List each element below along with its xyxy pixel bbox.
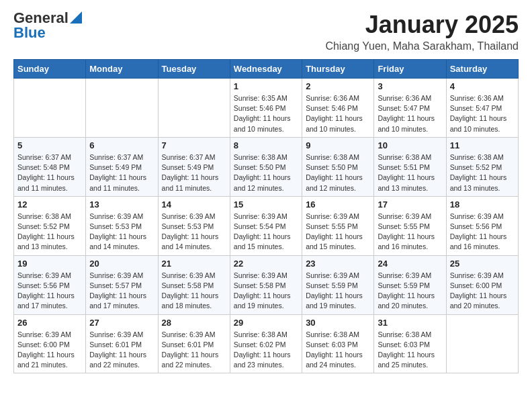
day-info: Sunrise: 6:39 AM Sunset: 5:56 PM Dayligh… <box>450 212 515 253</box>
svg-marker-0 <box>70 11 82 24</box>
calendar-cell: 8Sunrise: 6:38 AM Sunset: 5:50 PM Daylig… <box>230 137 302 196</box>
calendar-week-row: 1Sunrise: 6:35 AM Sunset: 5:46 PM Daylig… <box>14 79 519 138</box>
calendar-cell: 26Sunrise: 6:39 AM Sunset: 6:00 PM Dayli… <box>14 314 86 373</box>
day-number: 14 <box>162 199 226 210</box>
calendar-week-row: 19Sunrise: 6:39 AM Sunset: 5:56 PM Dayli… <box>14 255 519 314</box>
day-number: 8 <box>234 140 298 150</box>
day-number: 2 <box>306 81 370 91</box>
page-header: General Blue January 2025 Chiang Yuen, M… <box>13 11 519 52</box>
month-title: January 2025 <box>325 11 519 39</box>
calendar-cell: 19Sunrise: 6:39 AM Sunset: 5:56 PM Dayli… <box>14 255 86 314</box>
day-number: 27 <box>89 318 154 328</box>
day-info: Sunrise: 6:37 AM Sunset: 5:48 PM Dayligh… <box>17 152 82 193</box>
day-info: Sunrise: 6:39 AM Sunset: 6:01 PM Dayligh… <box>162 330 226 371</box>
day-info: Sunrise: 6:39 AM Sunset: 5:59 PM Dayligh… <box>306 271 370 312</box>
calendar-cell: 21Sunrise: 6:39 AM Sunset: 5:58 PM Dayli… <box>158 255 230 314</box>
day-number: 30 <box>306 318 370 328</box>
day-number: 31 <box>378 318 442 328</box>
logo-triangle-icon <box>70 11 82 24</box>
day-number: 19 <box>17 259 82 269</box>
calendar-cell <box>158 79 230 138</box>
calendar-cell: 23Sunrise: 6:39 AM Sunset: 5:59 PM Dayli… <box>302 255 374 314</box>
day-info: Sunrise: 6:38 AM Sunset: 6:03 PM Dayligh… <box>378 330 442 371</box>
calendar-cell: 14Sunrise: 6:39 AM Sunset: 5:53 PM Dayli… <box>158 196 230 255</box>
day-info: Sunrise: 6:39 AM Sunset: 6:00 PM Dayligh… <box>450 271 515 312</box>
calendar-cell: 15Sunrise: 6:39 AM Sunset: 5:54 PM Dayli… <box>230 196 302 255</box>
calendar-cell: 2Sunrise: 6:36 AM Sunset: 5:46 PM Daylig… <box>302 79 374 138</box>
day-number: 22 <box>234 259 298 269</box>
calendar-header-row: SundayMondayTuesdayWednesdayThursdayFrid… <box>14 60 519 79</box>
day-info: Sunrise: 6:38 AM Sunset: 6:02 PM Dayligh… <box>234 330 298 371</box>
day-number: 23 <box>306 259 370 269</box>
location-subtitle: Chiang Yuen, Maha Sarakham, Thailand <box>325 40 519 52</box>
calendar-header-cell: Monday <box>86 60 158 79</box>
calendar-cell: 27Sunrise: 6:39 AM Sunset: 6:01 PM Dayli… <box>86 314 158 373</box>
calendar-header-cell: Saturday <box>446 60 518 79</box>
day-number: 29 <box>234 318 298 328</box>
calendar-cell: 1Sunrise: 6:35 AM Sunset: 5:46 PM Daylig… <box>230 79 302 138</box>
day-number: 24 <box>378 259 442 269</box>
day-number: 21 <box>162 259 226 269</box>
day-info: Sunrise: 6:39 AM Sunset: 5:58 PM Dayligh… <box>162 271 226 312</box>
day-number: 9 <box>306 140 370 150</box>
calendar-cell: 17Sunrise: 6:39 AM Sunset: 5:55 PM Dayli… <box>374 196 446 255</box>
logo: General Blue <box>13 11 82 40</box>
day-info: Sunrise: 6:38 AM Sunset: 5:50 PM Dayligh… <box>306 152 370 193</box>
day-number: 7 <box>162 140 226 150</box>
day-number: 20 <box>89 259 154 269</box>
day-number: 26 <box>17 318 82 328</box>
calendar-cell: 31Sunrise: 6:38 AM Sunset: 6:03 PM Dayli… <box>374 314 446 373</box>
day-number: 17 <box>378 199 442 210</box>
day-info: Sunrise: 6:39 AM Sunset: 5:56 PM Dayligh… <box>17 271 82 312</box>
calendar-cell: 12Sunrise: 6:38 AM Sunset: 5:52 PM Dayli… <box>14 196 86 255</box>
calendar-cell: 28Sunrise: 6:39 AM Sunset: 6:01 PM Dayli… <box>158 314 230 373</box>
day-number: 4 <box>450 81 515 91</box>
calendar-cell: 20Sunrise: 6:39 AM Sunset: 5:57 PM Dayli… <box>86 255 158 314</box>
calendar-cell: 29Sunrise: 6:38 AM Sunset: 6:02 PM Dayli… <box>230 314 302 373</box>
calendar-week-row: 5Sunrise: 6:37 AM Sunset: 5:48 PM Daylig… <box>14 137 519 196</box>
day-info: Sunrise: 6:38 AM Sunset: 5:52 PM Dayligh… <box>450 152 515 193</box>
day-number: 1 <box>234 81 298 91</box>
calendar-cell: 3Sunrise: 6:36 AM Sunset: 5:47 PM Daylig… <box>374 79 446 138</box>
calendar-header-cell: Sunday <box>14 60 86 79</box>
day-number: 13 <box>89 199 154 210</box>
calendar-cell: 11Sunrise: 6:38 AM Sunset: 5:52 PM Dayli… <box>446 137 518 196</box>
day-info: Sunrise: 6:36 AM Sunset: 5:47 PM Dayligh… <box>378 93 442 134</box>
title-block: January 2025 Chiang Yuen, Maha Sarakham,… <box>325 11 519 52</box>
day-number: 28 <box>162 318 226 328</box>
calendar-header-cell: Friday <box>374 60 446 79</box>
calendar-cell: 24Sunrise: 6:39 AM Sunset: 5:59 PM Dayli… <box>374 255 446 314</box>
calendar-cell: 4Sunrise: 6:36 AM Sunset: 5:47 PM Daylig… <box>446 79 518 138</box>
logo-general-text: General <box>13 11 69 26</box>
calendar-week-row: 26Sunrise: 6:39 AM Sunset: 6:00 PM Dayli… <box>14 314 519 373</box>
calendar-cell <box>14 79 86 138</box>
day-info: Sunrise: 6:39 AM Sunset: 5:54 PM Dayligh… <box>234 212 298 253</box>
day-info: Sunrise: 6:39 AM Sunset: 6:00 PM Dayligh… <box>17 330 82 371</box>
logo-blue-text: Blue <box>13 26 82 40</box>
calendar-cell <box>446 314 518 373</box>
calendar-cell <box>86 79 158 138</box>
day-info: Sunrise: 6:39 AM Sunset: 5:58 PM Dayligh… <box>234 271 298 312</box>
calendar-body: 1Sunrise: 6:35 AM Sunset: 5:46 PM Daylig… <box>14 79 519 373</box>
calendar-cell: 22Sunrise: 6:39 AM Sunset: 5:58 PM Dayli… <box>230 255 302 314</box>
day-info: Sunrise: 6:39 AM Sunset: 5:59 PM Dayligh… <box>378 271 442 312</box>
day-info: Sunrise: 6:35 AM Sunset: 5:46 PM Dayligh… <box>234 93 298 134</box>
day-info: Sunrise: 6:39 AM Sunset: 5:53 PM Dayligh… <box>162 212 226 253</box>
calendar-cell: 30Sunrise: 6:38 AM Sunset: 6:03 PM Dayli… <box>302 314 374 373</box>
day-number: 6 <box>89 140 154 150</box>
day-number: 25 <box>450 259 515 269</box>
calendar-cell: 25Sunrise: 6:39 AM Sunset: 6:00 PM Dayli… <box>446 255 518 314</box>
day-info: Sunrise: 6:36 AM Sunset: 5:46 PM Dayligh… <box>306 93 370 134</box>
day-info: Sunrise: 6:37 AM Sunset: 5:49 PM Dayligh… <box>162 152 226 193</box>
calendar-cell: 5Sunrise: 6:37 AM Sunset: 5:48 PM Daylig… <box>14 137 86 196</box>
day-number: 15 <box>234 199 298 210</box>
day-info: Sunrise: 6:38 AM Sunset: 5:51 PM Dayligh… <box>378 152 442 193</box>
day-info: Sunrise: 6:38 AM Sunset: 6:03 PM Dayligh… <box>306 330 370 371</box>
day-info: Sunrise: 6:39 AM Sunset: 5:55 PM Dayligh… <box>306 212 370 253</box>
day-info: Sunrise: 6:39 AM Sunset: 5:55 PM Dayligh… <box>378 212 442 253</box>
calendar-header-cell: Thursday <box>302 60 374 79</box>
day-info: Sunrise: 6:38 AM Sunset: 5:52 PM Dayligh… <box>17 212 82 253</box>
calendar-cell: 9Sunrise: 6:38 AM Sunset: 5:50 PM Daylig… <box>302 137 374 196</box>
calendar-cell: 18Sunrise: 6:39 AM Sunset: 5:56 PM Dayli… <box>446 196 518 255</box>
day-number: 11 <box>450 140 515 150</box>
